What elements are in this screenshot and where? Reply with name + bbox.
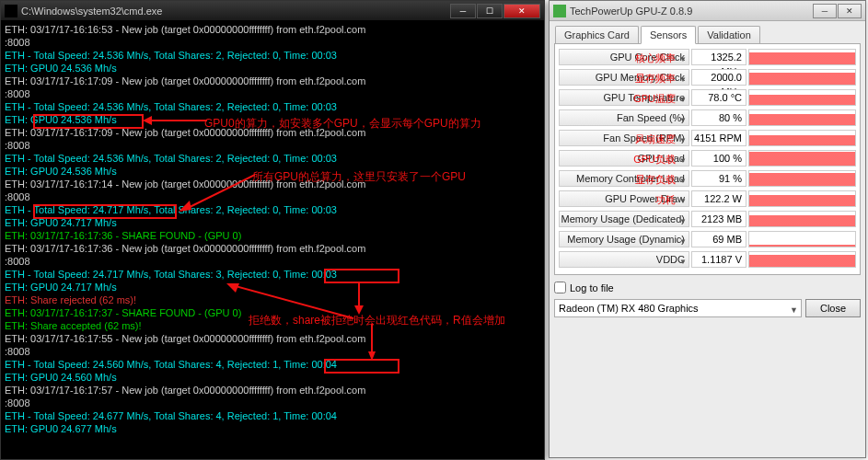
console-line: ETH - Total Speed: 24.717 Mh/s, Total Sh…: [5, 203, 540, 216]
sensor-graph: [748, 89, 856, 106]
sensor-label-dropdown[interactable]: GPU Load▼GPU负载: [559, 150, 689, 167]
gpu-select-value: Radeon (TM) RX 480 Graphics: [559, 303, 699, 314]
sensor-row: GPU Core Clock▼核心频率1325.2 MHz: [559, 48, 856, 66]
sensor-graph: [748, 190, 856, 207]
chevron-down-icon: ▼: [679, 113, 687, 128]
sensor-label-dropdown[interactable]: Memory Controller Load▼显存负载: [559, 170, 689, 187]
sensor-label-dropdown[interactable]: Fan Speed (RPM)▼风扇速度: [559, 130, 689, 146]
console-line: ETH: 03/17/17-16:17:36 - New job (target…: [5, 242, 540, 255]
maximize-button[interactable]: ☐: [477, 4, 503, 18]
sensor-graph: [748, 211, 856, 227]
console-line: ETH: 03/17/17-16:17:09 - New job (target…: [5, 75, 540, 87]
sensor-graph: [748, 251, 856, 268]
sensor-value: 80 %: [691, 109, 746, 126]
sensor-value: 69 MB: [691, 231, 746, 247]
sensor-value: 91 %: [691, 170, 746, 187]
console-line: ETH: Share rejected (62 ms)!: [5, 293, 540, 306]
chevron-down-icon: ▼: [679, 235, 687, 249]
sensor-graph: [748, 69, 856, 86]
console-line: ETH: GPU0 24.717 Mh/s: [5, 216, 540, 229]
sensor-value: 1.1187 V: [691, 251, 746, 268]
sensor-annot: 核心频率: [635, 51, 676, 65]
sensor-label-dropdown[interactable]: GPU Memory Clock▼显存频率: [559, 69, 689, 86]
console-line: :8008: [5, 255, 540, 268]
sensor-annot: 显存负载: [635, 172, 676, 187]
gpuz-minimize-button[interactable]: ─: [813, 4, 837, 18]
chevron-down-icon: ▼: [679, 214, 687, 229]
gpuz-icon: [553, 5, 566, 17]
console-line: ETH: Share accepted (62 ms)!: [5, 319, 540, 332]
chevron-down-icon: ▼: [679, 255, 687, 270]
sensor-row: VDDC▼1.1187 V: [559, 250, 856, 269]
console-line: ETH: GPU0 24.536 Mh/s: [5, 165, 540, 178]
sensor-row: Memory Controller Load▼显存负载91 %: [559, 169, 856, 188]
chevron-down-icon: ▼: [679, 52, 687, 67]
sensor-label-dropdown[interactable]: GPU Temperature▼GPU温度: [559, 89, 689, 106]
sensor-label-dropdown[interactable]: VDDC▼: [559, 251, 689, 268]
console-line: ETH: 03/17/17-16:16:53 - New job (target…: [5, 23, 540, 36]
sensor-graph: [748, 109, 856, 126]
cmd-console-output[interactable]: ETH: 03/17/17-16:16:53 - New job (target…: [1, 21, 544, 459]
gpuz-close-button[interactable]: ✕: [838, 4, 862, 18]
gpuz-tabs: Graphics Card Sensors Validation: [550, 21, 865, 43]
sensor-label-dropdown[interactable]: GPU Power Draw▼功耗: [559, 190, 689, 207]
sensor-annot: GPU负载: [633, 152, 676, 167]
sensor-value: 2000.0 MHz: [691, 69, 746, 86]
gpuz-title: TechPowerUp GPU-Z 0.8.9: [570, 6, 692, 17]
sensor-value: 4151 RPM: [691, 130, 746, 146]
console-line: :8008: [5, 139, 540, 152]
close-button[interactable]: ✕: [503, 4, 540, 18]
chevron-down-icon: ▼: [679, 73, 687, 87]
sensor-value: 122.2 W: [691, 190, 746, 207]
console-line: :8008: [5, 190, 540, 203]
sensor-label-dropdown[interactable]: Memory Usage (Dedicated)▼: [559, 211, 689, 227]
log-to-file-row: Log to file: [554, 280, 861, 295]
console-line: :8008: [5, 36, 540, 49]
sensor-label-dropdown[interactable]: GPU Core Clock▼核心频率: [559, 49, 689, 65]
console-line: ETH: 03/17/17-16:17:36 - SHARE FOUND - (…: [5, 229, 540, 242]
cmd-icon: [5, 5, 17, 17]
sensor-graph: [748, 150, 856, 167]
sensor-graph: [748, 49, 856, 65]
sensor-label-dropdown[interactable]: Memory Usage (Dynamic)▼: [559, 231, 689, 247]
gpuz-titlebar[interactable]: TechPowerUp GPU-Z 0.8.9 ─ ✕: [550, 1, 865, 21]
tab-graphics-card[interactable]: Graphics Card: [555, 26, 639, 43]
chevron-down-icon: ▼: [679, 154, 687, 168]
chevron-down-icon: ▼: [679, 194, 687, 209]
sensor-value: 78.0 °C: [691, 89, 746, 106]
sensor-row: Fan Speed (RPM)▼风扇速度4151 RPM: [559, 129, 856, 147]
cmd-title: C:\Windows\system32\cmd.exe: [21, 6, 162, 17]
sensor-row: GPU Memory Clock▼显存频率2000.0 MHz: [559, 68, 856, 86]
tab-validation[interactable]: Validation: [698, 26, 760, 43]
sensor-row: GPU Temperature▼GPU温度78.0 °C: [559, 88, 856, 107]
console-line: :8008: [5, 87, 540, 100]
sensor-panel: GPU Core Clock▼核心频率1325.2 MHzGPU Memory …: [554, 43, 861, 275]
minimize-button[interactable]: ─: [450, 4, 476, 18]
sensor-value: 1325.2 MHz: [691, 49, 746, 65]
sensor-value: 100 %: [691, 150, 746, 167]
console-line: ETH - Total Speed: 24.536 Mh/s, Total Sh…: [5, 49, 540, 62]
console-line: ETH: 03/17/17-16:17:55 - New job (target…: [5, 332, 540, 345]
console-line: ETH - Total Speed: 24.536 Mh/s, Total Sh…: [5, 100, 540, 113]
console-line: ETH: GPU0 24.677 Mh/s: [5, 422, 540, 435]
close-button-gpuz[interactable]: Close: [805, 299, 861, 317]
sensor-graph: [748, 231, 856, 247]
sensor-row: Fan Speed (%)▼80 %: [559, 109, 856, 127]
log-to-file-checkbox[interactable]: [554, 282, 566, 293]
console-line: ETH: 03/17/17-16:17:57 - New job (target…: [5, 384, 540, 397]
console-line: ETH: 03/17/17-16:17:14 - New job (target…: [5, 178, 540, 190]
console-line: ETH - Total Speed: 24.677 Mh/s, Total Sh…: [5, 409, 540, 422]
sensor-row: Memory Usage (Dynamic)▼69 MB: [559, 230, 856, 248]
sensor-graph: [748, 130, 856, 146]
tab-sensors[interactable]: Sensors: [641, 26, 696, 44]
console-line: ETH - Total Speed: 24.717 Mh/s, Total Sh…: [5, 268, 540, 281]
gpu-select-dropdown[interactable]: Radeon (TM) RX 480 Graphics ▼: [554, 299, 802, 317]
cmd-titlebar[interactable]: C:\Windows\system32\cmd.exe ─ ☐ ✕: [1, 1, 544, 21]
sensor-label-dropdown[interactable]: Fan Speed (%)▼: [559, 109, 689, 126]
gpuz-window: TechPowerUp GPU-Z 0.8.9 ─ ✕ Graphics Car…: [549, 0, 866, 458]
sensor-annot: 风扇速度: [635, 132, 676, 146]
chevron-down-icon: ▼: [679, 174, 687, 189]
cmd-window: C:\Windows\system32\cmd.exe ─ ☐ ✕ ETH: 0…: [0, 0, 545, 460]
chevron-down-icon: ▼: [679, 93, 687, 108]
console-line: ETH: GPU0 24.536 Mh/s: [5, 113, 540, 126]
